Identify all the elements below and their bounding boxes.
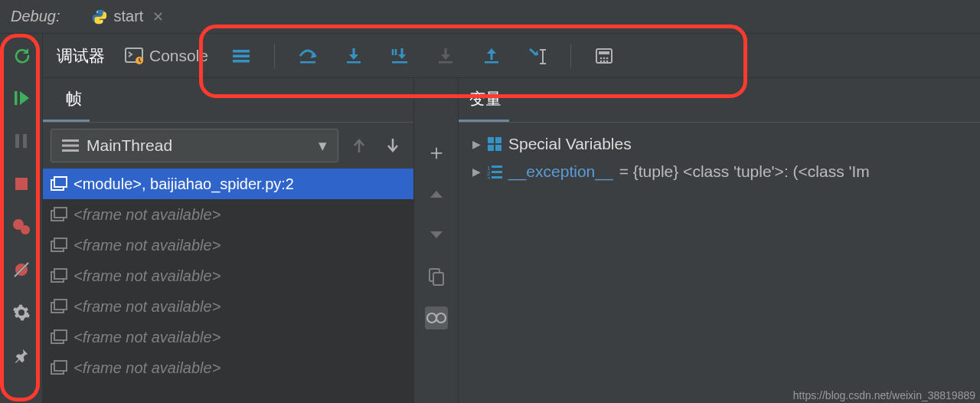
watches-view-icon[interactable] <box>425 306 448 329</box>
variables-toolbar: ＋ <box>414 78 459 403</box>
python-icon <box>91 8 108 25</box>
collapse-up-icon[interactable] <box>425 182 448 205</box>
svg-rect-59 <box>488 137 494 143</box>
svg-rect-46 <box>54 238 67 248</box>
step-out-icon[interactable] <box>479 43 505 69</box>
frame-row[interactable]: <frame not available> <box>43 352 413 383</box>
debug-header: Debug: start ✕ <box>0 0 980 34</box>
pause-icon[interactable] <box>11 130 32 152</box>
frame-icon <box>51 207 67 222</box>
frame-row[interactable]: <frame not available> <box>43 322 413 352</box>
close-icon[interactable]: ✕ <box>152 8 164 25</box>
svg-point-35 <box>600 60 603 62</box>
svg-rect-68 <box>492 176 502 179</box>
frames-panel-title[interactable]: 帧 <box>43 78 90 122</box>
svg-rect-31 <box>599 51 609 54</box>
svg-point-1 <box>100 21 102 22</box>
svg-point-57 <box>427 313 436 323</box>
threads-icon[interactable] <box>228 43 254 69</box>
resume-icon[interactable] <box>11 87 32 109</box>
view-breakpoints-icon[interactable] <box>11 216 32 238</box>
exception-variable-row[interactable]: ▶ 123 __exception__ = {tuple} <class 'tu… <box>459 158 980 185</box>
add-watch-icon[interactable]: ＋ <box>425 141 448 164</box>
frame-label: <frame not available> <box>74 329 220 346</box>
svg-rect-48 <box>54 269 67 279</box>
expand-down-icon[interactable] <box>425 224 448 247</box>
frame-row[interactable]: <frame not available> <box>43 230 413 260</box>
force-step-into-icon[interactable] <box>433 43 459 69</box>
console-icon <box>125 48 143 64</box>
group-icon <box>487 136 502 152</box>
svg-point-7 <box>21 225 30 234</box>
svg-text:3: 3 <box>487 175 491 179</box>
variables-panel-title[interactable]: 变量 <box>459 78 509 122</box>
svg-rect-44 <box>54 208 67 218</box>
svg-point-36 <box>603 60 606 62</box>
watermark: https://blog.csdn.net/weixin_38819889 <box>793 389 975 401</box>
svg-rect-3 <box>15 134 19 148</box>
step-over-icon[interactable] <box>295 43 321 69</box>
svg-point-32 <box>600 57 603 59</box>
debug-label: Debug: <box>11 8 60 25</box>
frame-row[interactable]: <frame not available> <box>43 291 413 322</box>
frame-row[interactable]: <frame not available> <box>43 199 413 230</box>
frame-label: <frame not available> <box>74 206 220 224</box>
frame-row[interactable]: <module>, baijiahao_spider.py:2 <box>43 169 413 199</box>
svg-rect-60 <box>495 137 501 143</box>
next-frame-icon[interactable] <box>380 133 406 159</box>
frame-label: <frame not available> <box>74 359 220 377</box>
svg-rect-2 <box>15 91 18 105</box>
frame-row[interactable]: <frame not available> <box>43 260 413 291</box>
separator <box>570 44 571 68</box>
svg-point-34 <box>606 57 609 59</box>
separator <box>274 44 275 68</box>
svg-rect-14 <box>233 54 250 57</box>
svg-rect-39 <box>62 145 79 147</box>
pin-icon[interactable] <box>11 345 32 366</box>
frame-label: <frame not available> <box>74 237 220 254</box>
frame-label: <frame not available> <box>74 267 220 285</box>
special-variables-label: Special Variables <box>508 135 632 153</box>
run-config-tab[interactable]: start ✕ <box>91 8 165 25</box>
special-variables-row[interactable]: ▶ Special Variables <box>459 130 980 158</box>
frame-icon <box>51 268 67 283</box>
mute-breakpoints-icon[interactable] <box>11 259 32 280</box>
settings-icon[interactable] <box>11 302 32 323</box>
step-into-icon[interactable] <box>341 43 367 69</box>
svg-rect-24 <box>439 61 452 64</box>
frame-icon <box>51 238 67 253</box>
frame-icon <box>51 360 67 375</box>
svg-point-37 <box>606 60 609 62</box>
frame-icon <box>51 299 67 314</box>
svg-rect-26 <box>485 61 498 64</box>
chevron-right-icon: ▶ <box>472 138 481 150</box>
svg-rect-64 <box>492 165 502 168</box>
tab-debugger[interactable]: 调试器 <box>57 45 105 67</box>
svg-rect-15 <box>233 60 250 63</box>
svg-rect-56 <box>433 273 443 285</box>
svg-rect-16 <box>300 61 315 64</box>
frame-label: <frame not available> <box>74 298 220 316</box>
exception-variable-value: = {tuple} <class 'tuple'>: (<class 'Im <box>619 162 870 181</box>
svg-point-33 <box>603 57 606 59</box>
thread-select[interactable]: MainThread ▾ <box>51 129 338 162</box>
tab-console[interactable]: Console <box>125 47 208 65</box>
exception-variable-name: __exception__ <box>508 162 613 181</box>
thread-name: MainThread <box>87 136 172 155</box>
svg-rect-54 <box>54 361 67 371</box>
svg-rect-18 <box>347 61 361 64</box>
frame-label: <module>, baijiahao_spider.py:2 <box>74 175 294 193</box>
step-into-my-code-icon[interactable] <box>387 43 413 69</box>
chevron-right-icon: ▶ <box>472 165 481 178</box>
svg-rect-62 <box>495 145 501 151</box>
svg-rect-22 <box>392 61 407 64</box>
prev-frame-icon[interactable] <box>346 133 372 159</box>
evaluate-icon[interactable] <box>591 43 617 69</box>
run-to-cursor-icon[interactable] <box>524 43 550 69</box>
svg-rect-4 <box>23 134 27 148</box>
copy-icon[interactable] <box>425 265 448 288</box>
svg-rect-50 <box>54 300 67 310</box>
stop-icon[interactable] <box>11 173 32 195</box>
rerun-icon[interactable] <box>11 44 32 66</box>
frame-icon <box>51 176 67 192</box>
